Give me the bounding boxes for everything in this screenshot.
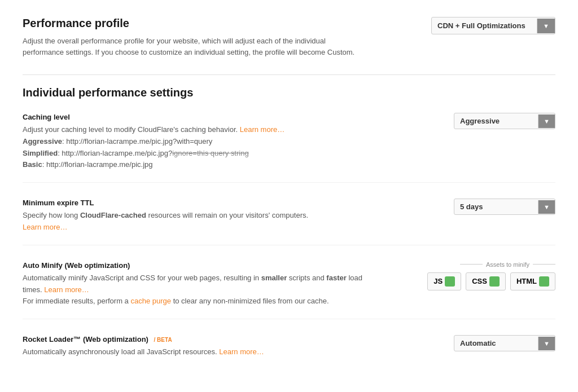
rocket-loader-left: Rocket Loader™ (Web optimization) / BETA…: [23, 335, 264, 358]
js-minify-button[interactable]: JS: [427, 272, 461, 290]
auto-minify-left: Auto Minify (Web optimization) Automatic…: [23, 261, 373, 307]
rocket-loader-dropdown-arrow[interactable]: ▼: [538, 337, 555, 350]
css-minify-label: CSS: [472, 277, 487, 285]
auto-minify-smaller: smaller: [261, 274, 287, 282]
caching-level-select[interactable]: Aggressive Simplified Basic: [454, 113, 538, 129]
minify-label-line-right: [533, 264, 555, 265]
rocket-loader-dropdown-wrapper[interactable]: Automatic Manual Off ▼: [454, 335, 555, 351]
caching-level-dropdown-arrow[interactable]: ▼: [538, 114, 555, 128]
minify-label-line-left: [460, 264, 483, 265]
assets-to-minify-label: Assets to minify: [486, 261, 529, 268]
performance-profile-section: Performance profile Adjust the overall p…: [23, 17, 555, 58]
caching-basic-url: : http://florian-lacrampe.me/pic.jpg: [42, 160, 153, 169]
rocket-loader-desc: Automatically asynchronously load all Ja…: [23, 346, 264, 358]
caching-level-control: Aggressive Simplified Basic ▼: [443, 113, 555, 129]
cloudflare-cached-text: CloudFlare-cached: [80, 211, 146, 219]
minify-section: Assets to minify JS CSS HTML: [427, 261, 555, 290]
caching-level-label: Caching level: [23, 113, 284, 121]
ttl-select[interactable]: 5 days 2 hours 8 hours 1 day 1 month: [454, 199, 538, 214]
performance-profile-dropdown-arrow[interactable]: ▼: [537, 19, 555, 33]
html-minify-button[interactable]: HTML: [510, 272, 555, 290]
section-divider: [23, 74, 555, 75]
performance-profile-title: Performance profile: [23, 17, 361, 30]
caching-simplified-url: : http://florian-lacrampe.me/pic.jpg?ign…: [58, 149, 249, 157]
auto-minify-label: Auto Minify (Web optimization): [23, 261, 373, 270]
cache-purge-link[interactable]: cache purge: [130, 297, 171, 305]
rocket-loader-row: Rocket Loader™ (Web optimization) / BETA…: [23, 335, 555, 369]
minimum-expire-ttl-row: Minimum expire TTL Specify how long Clou…: [23, 199, 555, 245]
individual-settings-section: Individual performance settings Caching …: [23, 86, 555, 369]
performance-profile-desc: Performance profile Adjust the overall p…: [23, 17, 361, 58]
caching-simplified-strikethrough: ignore=this query string: [172, 149, 249, 157]
ttl-dropdown-arrow[interactable]: ▼: [538, 200, 555, 214]
minimum-expire-ttl-control: 5 days 2 hours 8 hours 1 day 1 month ▼: [443, 199, 555, 215]
ttl-dropdown-wrapper[interactable]: 5 days 2 hours 8 hours 1 day 1 month ▼: [454, 199, 555, 215]
js-minify-label: JS: [434, 277, 443, 285]
rocket-loader-learn-more-link[interactable]: Learn more…: [219, 347, 264, 356]
caching-aggressive-url: : http://florian-lacrampe.me/pic.jpg?wit…: [62, 137, 212, 146]
caching-learn-more-link[interactable]: Learn more…: [240, 125, 284, 134]
auto-minify-learn-more-link[interactable]: Learn more…: [44, 285, 89, 294]
rocket-loader-label: Rocket Loader™ (Web optimization) / BETA: [23, 335, 264, 343]
performance-profile-select[interactable]: CDN + Full Optimizations CDN Only Lossle…: [432, 17, 537, 34]
rocket-loader-select[interactable]: Automatic Manual Off: [454, 336, 538, 351]
html-minify-label: HTML: [516, 277, 537, 285]
auto-minify-desc: Automatically minify JavaScript and CSS …: [23, 272, 373, 307]
minimum-expire-ttl-desc: Specify how long CloudFlare-cached resou…: [23, 210, 308, 234]
caching-level-left: Caching level Adjust your caching level …: [23, 113, 284, 171]
caching-basic-label: Basic: [23, 160, 42, 169]
auto-minify-faster: faster: [326, 274, 346, 282]
beta-badge: / BETA: [154, 337, 172, 343]
css-toggle-on-icon: [489, 276, 500, 287]
minimum-expire-ttl-label: Minimum expire TTL: [23, 199, 308, 207]
js-toggle-on-icon: [445, 276, 455, 287]
css-minify-button[interactable]: CSS: [466, 272, 506, 290]
ttl-learn-more-link[interactable]: Learn more…: [23, 223, 67, 231]
caching-level-desc: Adjust your caching level to modify Clou…: [23, 124, 284, 171]
performance-profile-description: Adjust the overall performance profile f…: [23, 36, 361, 58]
assets-to-minify-row: Assets to minify: [460, 261, 555, 268]
individual-settings-title: Individual performance settings: [23, 86, 555, 99]
auto-minify-control: Assets to minify JS CSS HTML: [427, 261, 555, 290]
html-toggle-on-icon: [539, 276, 549, 287]
caching-simplified-label: Simplified: [23, 149, 58, 157]
caching-level-row: Caching level Adjust your caching level …: [23, 113, 555, 183]
performance-profile-dropdown-wrapper[interactable]: CDN + Full Optimizations CDN Only Lossle…: [431, 17, 555, 34]
auto-minify-row: Auto Minify (Web optimization) Automatic…: [23, 261, 555, 319]
rocket-loader-control: Automatic Manual Off ▼: [443, 335, 555, 351]
caching-aggressive-label: Aggressive: [23, 137, 62, 146]
minify-buttons-group: JS CSS HTML: [427, 272, 555, 290]
caching-level-dropdown-wrapper[interactable]: Aggressive Simplified Basic ▼: [454, 113, 555, 129]
minimum-expire-ttl-left: Minimum expire TTL Specify how long Clou…: [23, 199, 308, 234]
